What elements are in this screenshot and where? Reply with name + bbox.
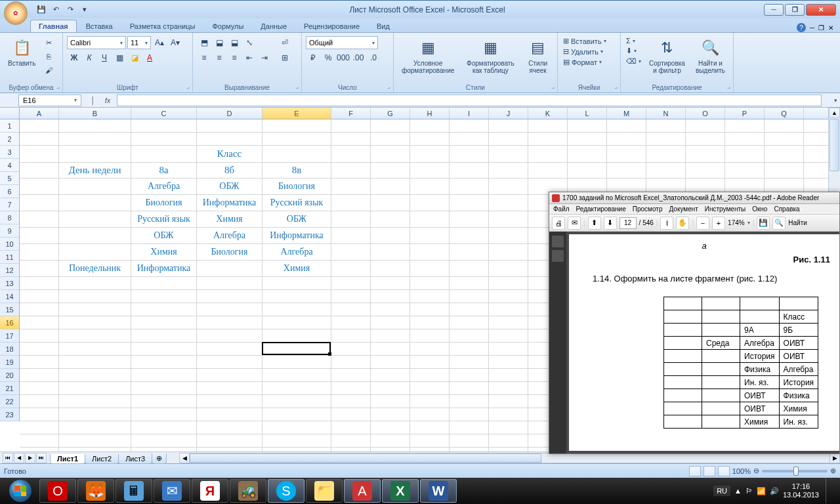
column-header[interactable]: H: [410, 108, 450, 119]
cell[interactable]: Химия: [131, 244, 197, 261]
italic-icon[interactable]: К: [82, 51, 96, 64]
column-header[interactable]: D: [197, 108, 262, 119]
pdf-thumbnails-icon[interactable]: [552, 236, 564, 247]
cell-styles-button[interactable]: ▤Стили ячеек: [522, 36, 553, 75]
align-bottom-icon[interactable]: ⬓: [227, 36, 242, 49]
task-firefox[interactable]: 🦊: [77, 479, 114, 503]
dec-decimal-icon[interactable]: .0: [366, 51, 381, 64]
sheet-tab-2[interactable]: Лист2: [85, 454, 119, 464]
pdf-menu-edit[interactable]: Редактирование: [576, 205, 626, 213]
cell[interactable]: Русский язык: [131, 211, 197, 228]
zoom-value[interactable]: 100%: [732, 467, 751, 475]
row-header[interactable]: 23: [0, 408, 19, 421]
tray-sound-icon[interactable]: 🔊: [770, 487, 779, 495]
minimize-button[interactable]: ─: [764, 4, 784, 16]
column-header[interactable]: N: [646, 108, 686, 119]
column-header[interactable]: K: [528, 108, 568, 119]
pdf-menu-window[interactable]: Окно: [752, 205, 767, 213]
cell[interactable]: Биология: [131, 195, 197, 211]
row-header[interactable]: 4: [0, 159, 19, 172]
pdf-print-icon[interactable]: 🖨: [552, 217, 565, 230]
pdf-titlebar[interactable]: 1700 заданий по Microsoft Excel_Златопол…: [549, 192, 839, 204]
cell[interactable]: Алгебра: [197, 228, 262, 244]
pdf-search-icon[interactable]: 🔍: [772, 217, 786, 230]
pdf-menu-tools[interactable]: Инструменты: [705, 205, 746, 213]
fill-color-icon[interactable]: ◪: [127, 51, 142, 64]
cell[interactable]: Русский язык: [262, 195, 331, 211]
align-center-icon[interactable]: ≡: [212, 51, 226, 64]
pdf-menu-help[interactable]: Справка: [774, 205, 799, 213]
close-button[interactable]: ✕: [806, 4, 836, 16]
pdf-page-content[interactable]: а Рис. 1.11 1.14. Оформить на листе фраг…: [569, 234, 839, 451]
tab-home[interactable]: Главная: [30, 20, 77, 32]
qat-customize-icon[interactable]: ▾: [79, 4, 91, 16]
task-word[interactable]: W: [420, 479, 457, 503]
help-icon[interactable]: ?: [797, 23, 806, 32]
tray-language[interactable]: RU: [713, 486, 730, 496]
indent-dec-icon[interactable]: ⇤: [242, 51, 257, 64]
hscroll-thumb[interactable]: [190, 453, 541, 463]
column-header[interactable]: J: [489, 108, 528, 119]
column-header[interactable]: M: [607, 108, 646, 119]
tray-flag-icon[interactable]: 🏳: [746, 487, 753, 495]
task-adobe-reader[interactable]: A: [344, 479, 381, 503]
grow-font-icon[interactable]: A▴: [152, 36, 167, 49]
cell[interactable]: Алгебра: [131, 178, 197, 195]
ribbon-close-icon[interactable]: ✕: [828, 24, 833, 32]
tray-network-icon[interactable]: 📶: [757, 487, 766, 495]
align-top-icon[interactable]: ⬒: [197, 36, 211, 49]
task-app[interactable]: 🚜: [230, 479, 266, 503]
align-right-icon[interactable]: ≡: [227, 51, 242, 64]
orientation-icon[interactable]: ⤡: [242, 36, 257, 49]
column-header[interactable]: G: [371, 108, 410, 119]
font-color-icon[interactable]: A: [142, 51, 157, 64]
cell[interactable]: Химия: [262, 261, 331, 277]
row-header[interactable]: 14: [0, 290, 19, 303]
formula-expand-icon[interactable]: ▾: [831, 97, 840, 104]
column-header[interactable]: Q: [765, 108, 804, 119]
start-button[interactable]: [3, 479, 38, 503]
pdf-mail-icon[interactable]: ✉: [568, 217, 581, 230]
copy-icon[interactable]: ⎘: [42, 50, 55, 63]
sheet-nav-prev-icon[interactable]: ◀: [14, 453, 24, 463]
view-page-layout-icon[interactable]: [704, 466, 715, 476]
font-name-combo[interactable]: Calibri▾: [67, 36, 126, 49]
task-excel[interactable]: X: [382, 479, 419, 503]
column-header[interactable]: L: [568, 108, 607, 119]
vscroll-thumb[interactable]: [830, 119, 839, 171]
align-left-icon[interactable]: ≡: [197, 51, 211, 64]
cell[interactable]: День недели: [59, 163, 131, 178]
cell[interactable]: Информатика: [262, 228, 331, 244]
row-header[interactable]: 9: [0, 224, 19, 238]
paste-button[interactable]: 📋 Вставить: [4, 36, 39, 68]
row-header[interactable]: 8: [0, 211, 19, 224]
column-header[interactable]: F: [331, 108, 371, 119]
column-header[interactable]: P: [725, 108, 765, 119]
cell[interactable]: Биология: [262, 178, 331, 195]
cell[interactable]: Биология: [197, 244, 262, 261]
view-normal-icon[interactable]: [689, 466, 701, 476]
row-header[interactable]: 6: [0, 185, 19, 198]
row-header[interactable]: 20: [0, 369, 19, 382]
row-header[interactable]: 17: [0, 329, 19, 343]
row-header[interactable]: 5: [0, 172, 19, 185]
tab-review[interactable]: Рецензирование: [296, 20, 368, 32]
merge-center-icon[interactable]: ⊞: [276, 51, 293, 64]
sheet-nav-last-icon[interactable]: ⏭: [36, 453, 47, 463]
ribbon-restore-icon[interactable]: ❐: [818, 24, 824, 32]
pdf-find-label[interactable]: Найти: [788, 219, 807, 226]
sheet-tab-1[interactable]: Лист1: [50, 454, 85, 464]
indent-inc-icon[interactable]: ⇥: [257, 51, 272, 64]
column-header[interactable]: B: [59, 108, 131, 119]
ribbon-minimize-icon[interactable]: ─: [810, 24, 814, 32]
qat-redo-icon[interactable]: ↷: [64, 4, 76, 16]
show-desktop-button[interactable]: [826, 478, 835, 503]
view-page-break-icon[interactable]: [718, 466, 730, 476]
comma-icon[interactable]: 000: [336, 51, 350, 64]
pdf-zoom-value[interactable]: 174%: [728, 219, 745, 226]
tray-up-icon[interactable]: ▲: [734, 487, 742, 495]
row-header[interactable]: 11: [0, 251, 19, 264]
percent-icon[interactable]: %: [321, 51, 335, 64]
formula-input[interactable]: [117, 94, 822, 106]
sheet-nav-next-icon[interactable]: ▶: [25, 453, 35, 463]
